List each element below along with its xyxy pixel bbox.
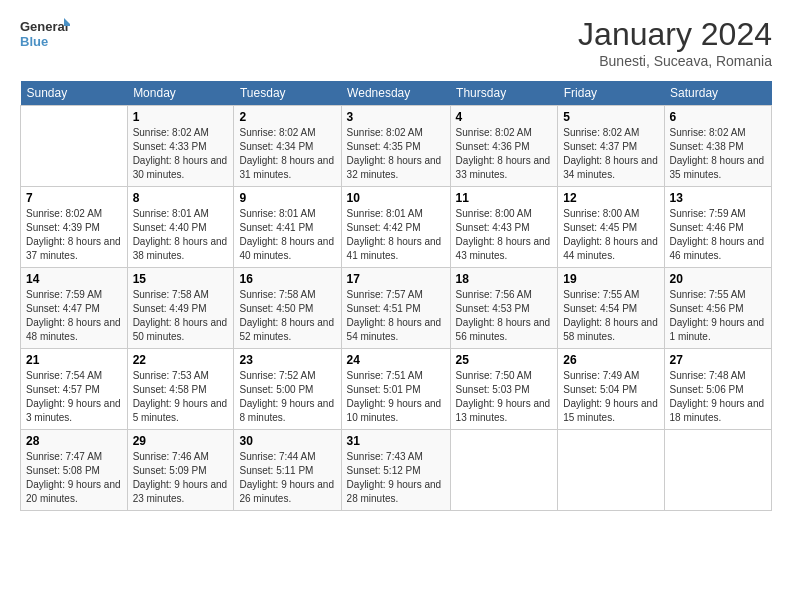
sunrise-text: Sunrise: 8:00 AM: [563, 207, 658, 221]
sunrise-text: Sunrise: 8:02 AM: [133, 126, 229, 140]
daylight-text: Daylight: 8 hours and 30 minutes.: [133, 154, 229, 182]
sunrise-text: Sunrise: 8:02 AM: [670, 126, 766, 140]
day-number: 12: [563, 191, 658, 205]
sunrise-text: Sunrise: 7:58 AM: [133, 288, 229, 302]
sunrise-text: Sunrise: 8:02 AM: [563, 126, 658, 140]
sunset-text: Sunset: 5:04 PM: [563, 383, 658, 397]
location-subtitle: Bunesti, Suceava, Romania: [578, 53, 772, 69]
daylight-text: Daylight: 9 hours and 28 minutes.: [347, 478, 445, 506]
daylight-text: Daylight: 9 hours and 5 minutes.: [133, 397, 229, 425]
cell-content: Sunrise: 7:57 AM Sunset: 4:51 PM Dayligh…: [347, 288, 445, 344]
calendar-cell: 4 Sunrise: 8:02 AM Sunset: 4:36 PM Dayli…: [450, 106, 558, 187]
day-number: 3: [347, 110, 445, 124]
sunrise-text: Sunrise: 8:01 AM: [347, 207, 445, 221]
cell-content: Sunrise: 8:02 AM Sunset: 4:37 PM Dayligh…: [563, 126, 658, 182]
calendar-cell: 28 Sunrise: 7:47 AM Sunset: 5:08 PM Dayl…: [21, 430, 128, 511]
weekday-header-row: Sunday Monday Tuesday Wednesday Thursday…: [21, 81, 772, 106]
calendar-cell: 31 Sunrise: 7:43 AM Sunset: 5:12 PM Dayl…: [341, 430, 450, 511]
daylight-text: Daylight: 8 hours and 43 minutes.: [456, 235, 553, 263]
calendar-cell: [664, 430, 771, 511]
header-monday: Monday: [127, 81, 234, 106]
calendar-cell: 19 Sunrise: 7:55 AM Sunset: 4:54 PM Dayl…: [558, 268, 664, 349]
cell-content: Sunrise: 7:48 AM Sunset: 5:06 PM Dayligh…: [670, 369, 766, 425]
day-number: 21: [26, 353, 122, 367]
day-number: 16: [239, 272, 335, 286]
sunset-text: Sunset: 4:37 PM: [563, 140, 658, 154]
calendar-table: Sunday Monday Tuesday Wednesday Thursday…: [20, 81, 772, 511]
cell-content: Sunrise: 8:02 AM Sunset: 4:35 PM Dayligh…: [347, 126, 445, 182]
calendar-cell: 14 Sunrise: 7:59 AM Sunset: 4:47 PM Dayl…: [21, 268, 128, 349]
month-title: January 2024: [578, 16, 772, 53]
calendar-cell: 24 Sunrise: 7:51 AM Sunset: 5:01 PM Dayl…: [341, 349, 450, 430]
cell-content: Sunrise: 7:58 AM Sunset: 4:49 PM Dayligh…: [133, 288, 229, 344]
sunrise-text: Sunrise: 7:55 AM: [563, 288, 658, 302]
calendar-cell: 12 Sunrise: 8:00 AM Sunset: 4:45 PM Dayl…: [558, 187, 664, 268]
sunrise-text: Sunrise: 7:50 AM: [456, 369, 553, 383]
day-number: 17: [347, 272, 445, 286]
cell-content: Sunrise: 7:51 AM Sunset: 5:01 PM Dayligh…: [347, 369, 445, 425]
sunrise-text: Sunrise: 7:55 AM: [670, 288, 766, 302]
sunrise-text: Sunrise: 8:01 AM: [133, 207, 229, 221]
sunrise-text: Sunrise: 7:43 AM: [347, 450, 445, 464]
day-number: 13: [670, 191, 766, 205]
calendar-cell: 7 Sunrise: 8:02 AM Sunset: 4:39 PM Dayli…: [21, 187, 128, 268]
calendar-cell: 10 Sunrise: 8:01 AM Sunset: 4:42 PM Dayl…: [341, 187, 450, 268]
sunrise-text: Sunrise: 7:58 AM: [239, 288, 335, 302]
day-number: 27: [670, 353, 766, 367]
header: General Blue January 2024 Bunesti, Sucea…: [20, 16, 772, 69]
cell-content: Sunrise: 7:55 AM Sunset: 4:54 PM Dayligh…: [563, 288, 658, 344]
sunset-text: Sunset: 4:34 PM: [239, 140, 335, 154]
sunrise-text: Sunrise: 8:02 AM: [239, 126, 335, 140]
calendar-cell: 30 Sunrise: 7:44 AM Sunset: 5:11 PM Dayl…: [234, 430, 341, 511]
sunset-text: Sunset: 5:00 PM: [239, 383, 335, 397]
sunset-text: Sunset: 5:03 PM: [456, 383, 553, 397]
calendar-cell: 13 Sunrise: 7:59 AM Sunset: 4:46 PM Dayl…: [664, 187, 771, 268]
daylight-text: Daylight: 8 hours and 35 minutes.: [670, 154, 766, 182]
cell-content: Sunrise: 7:58 AM Sunset: 4:50 PM Dayligh…: [239, 288, 335, 344]
sunrise-text: Sunrise: 7:56 AM: [456, 288, 553, 302]
calendar-cell: 22 Sunrise: 7:53 AM Sunset: 4:58 PM Dayl…: [127, 349, 234, 430]
daylight-text: Daylight: 8 hours and 52 minutes.: [239, 316, 335, 344]
cell-content: Sunrise: 7:52 AM Sunset: 5:00 PM Dayligh…: [239, 369, 335, 425]
sunset-text: Sunset: 4:41 PM: [239, 221, 335, 235]
calendar-cell: 21 Sunrise: 7:54 AM Sunset: 4:57 PM Dayl…: [21, 349, 128, 430]
cell-content: Sunrise: 8:00 AM Sunset: 4:43 PM Dayligh…: [456, 207, 553, 263]
calendar-cell: [21, 106, 128, 187]
day-number: 31: [347, 434, 445, 448]
sunrise-text: Sunrise: 7:49 AM: [563, 369, 658, 383]
calendar-cell: 8 Sunrise: 8:01 AM Sunset: 4:40 PM Dayli…: [127, 187, 234, 268]
cell-content: Sunrise: 7:47 AM Sunset: 5:08 PM Dayligh…: [26, 450, 122, 506]
calendar-week-row: 14 Sunrise: 7:59 AM Sunset: 4:47 PM Dayl…: [21, 268, 772, 349]
sunset-text: Sunset: 4:39 PM: [26, 221, 122, 235]
daylight-text: Daylight: 9 hours and 15 minutes.: [563, 397, 658, 425]
sunrise-text: Sunrise: 7:47 AM: [26, 450, 122, 464]
cell-content: Sunrise: 8:02 AM Sunset: 4:38 PM Dayligh…: [670, 126, 766, 182]
cell-content: Sunrise: 8:00 AM Sunset: 4:45 PM Dayligh…: [563, 207, 658, 263]
day-number: 4: [456, 110, 553, 124]
cell-content: Sunrise: 7:49 AM Sunset: 5:04 PM Dayligh…: [563, 369, 658, 425]
sunset-text: Sunset: 4:49 PM: [133, 302, 229, 316]
sunset-text: Sunset: 4:35 PM: [347, 140, 445, 154]
day-number: 14: [26, 272, 122, 286]
calendar-cell: 5 Sunrise: 8:02 AM Sunset: 4:37 PM Dayli…: [558, 106, 664, 187]
sunset-text: Sunset: 4:42 PM: [347, 221, 445, 235]
daylight-text: Daylight: 8 hours and 31 minutes.: [239, 154, 335, 182]
cell-content: Sunrise: 7:53 AM Sunset: 4:58 PM Dayligh…: [133, 369, 229, 425]
cell-content: Sunrise: 8:02 AM Sunset: 4:34 PM Dayligh…: [239, 126, 335, 182]
calendar-cell: 20 Sunrise: 7:55 AM Sunset: 4:56 PM Dayl…: [664, 268, 771, 349]
sunrise-text: Sunrise: 8:02 AM: [347, 126, 445, 140]
daylight-text: Daylight: 8 hours and 34 minutes.: [563, 154, 658, 182]
sunset-text: Sunset: 5:09 PM: [133, 464, 229, 478]
svg-text:General: General: [20, 19, 68, 34]
daylight-text: Daylight: 8 hours and 40 minutes.: [239, 235, 335, 263]
day-number: 30: [239, 434, 335, 448]
day-number: 11: [456, 191, 553, 205]
day-number: 24: [347, 353, 445, 367]
header-sunday: Sunday: [21, 81, 128, 106]
sunset-text: Sunset: 5:01 PM: [347, 383, 445, 397]
daylight-text: Daylight: 8 hours and 41 minutes.: [347, 235, 445, 263]
day-number: 6: [670, 110, 766, 124]
day-number: 1: [133, 110, 229, 124]
header-thursday: Thursday: [450, 81, 558, 106]
sunset-text: Sunset: 4:33 PM: [133, 140, 229, 154]
